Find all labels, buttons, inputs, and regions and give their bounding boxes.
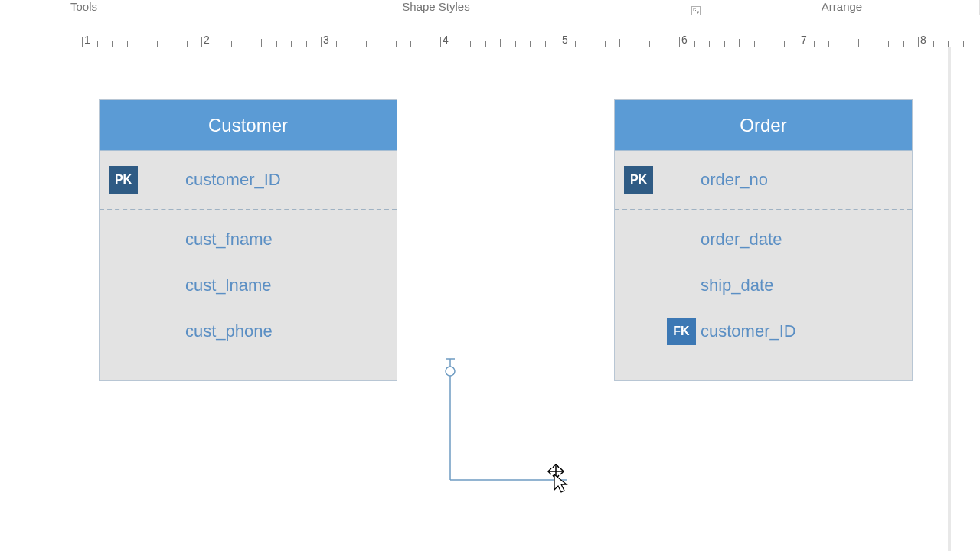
field-name: cust_lname [185, 276, 272, 295]
entity-customer-body: PK customer_ID cust_fname cust_lname cus… [100, 151, 397, 354]
ribbon-group-tools: Tools [0, 0, 168, 15]
pk-badge: PK [109, 166, 138, 194]
entity-customer-header[interactable]: Customer [100, 100, 397, 151]
ribbon-group-arrange-label: Arrange [822, 0, 862, 13]
field-row[interactable]: order_date [615, 217, 912, 262]
ribbon-group-tools-label: Tools [70, 0, 97, 13]
ruler-number: 1 [84, 34, 90, 46]
ruler-number: 7 [801, 34, 807, 46]
field-row[interactable]: cust_lname [100, 262, 397, 308]
entity-order[interactable]: Order PK order_no order_date ship_date F… [614, 99, 913, 381]
entity-order-body: PK order_no order_date ship_date FK cust… [615, 151, 912, 354]
field-row[interactable]: PK customer_ID [100, 151, 397, 210]
field-row[interactable]: cust_phone [100, 308, 397, 354]
entity-customer[interactable]: Customer PK customer_ID cust_fname cust_… [99, 99, 397, 381]
ruler-number: 3 [323, 34, 329, 46]
pk-badge: PK [624, 166, 653, 194]
field-row[interactable]: FK customer_ID [615, 308, 912, 354]
entity-customer-title: Customer [208, 115, 288, 136]
entity-order-title: Order [740, 115, 786, 136]
ruler-number: 5 [562, 34, 568, 46]
field-name: ship_date [701, 276, 773, 295]
field-row[interactable]: PK order_no [615, 151, 912, 210]
ruler-number: 4 [443, 34, 449, 46]
svg-marker-8 [554, 474, 567, 492]
ruler-number: 8 [920, 34, 926, 46]
field-name: customer_ID [185, 170, 281, 190]
field-name: cust_fname [185, 230, 273, 249]
fk-badge: FK [667, 318, 696, 345]
drawing-canvas[interactable]: Customer PK customer_ID cust_fname cust_… [0, 47, 980, 551]
svg-point-2 [446, 367, 455, 376]
entity-order-header[interactable]: Order [615, 100, 912, 151]
page-right-edge [948, 47, 951, 551]
ribbon-group-shape-styles: Shape Styles [168, 0, 704, 15]
ruler-number: 2 [204, 34, 210, 46]
field-name: cust_phone [185, 321, 273, 341]
ribbon-group-row: Tools Shape Styles Arrange [0, 0, 980, 15]
ribbon-group-arrange: Arrange [704, 0, 980, 15]
field-name: order_date [701, 230, 782, 249]
ruler-number: 6 [681, 34, 688, 46]
ribbon-group-shape-styles-label: Shape Styles [402, 0, 469, 13]
field-row[interactable]: cust_fname [100, 217, 397, 262]
horizontal-ruler: 12345678 [0, 21, 980, 47]
field-row[interactable]: ship_date [615, 262, 912, 308]
shape-styles-dialog-launcher[interactable] [691, 6, 701, 15]
field-name: customer_ID [701, 321, 796, 341]
move-cursor-icon [545, 464, 579, 500]
relationship-connector[interactable] [429, 357, 612, 541]
field-name: order_no [701, 170, 768, 190]
